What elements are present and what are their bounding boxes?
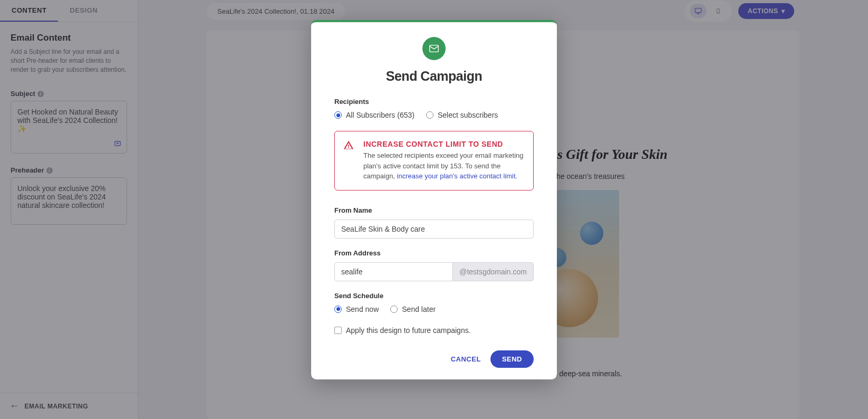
- radio-all-subscribers[interactable]: All Subscribers (653): [334, 111, 414, 119]
- radio-icon: [334, 111, 342, 119]
- radio-all-label: All Subscribers (653): [346, 111, 414, 119]
- send-button[interactable]: SEND: [490, 350, 534, 368]
- envelope-icon: [422, 37, 446, 60]
- checkbox-icon: [334, 327, 342, 334]
- send-campaign-modal: Send Campaign Recipients All Subscribers…: [311, 20, 557, 379]
- radio-select-subscribers[interactable]: Select subscribers: [426, 111, 498, 119]
- cancel-button[interactable]: CANCEL: [451, 355, 481, 363]
- radio-icon: [390, 306, 398, 313]
- from-address-suffix: @testsgdomain.com: [453, 262, 534, 281]
- modal-overlay[interactable]: Send Campaign Recipients All Subscribers…: [0, 0, 868, 419]
- increase-limit-link[interactable]: increase your plan's active contact limi…: [397, 172, 518, 180]
- from-address-label: From Address: [334, 249, 534, 257]
- radio-icon: [426, 111, 433, 119]
- warning-title: INCREASE CONTACT LIMIT TO SEND: [363, 140, 524, 148]
- radio-icon: [334, 306, 342, 313]
- modal-title: Send Campaign: [334, 69, 534, 84]
- radio-now-label: Send now: [346, 305, 379, 313]
- warning-icon: [343, 140, 354, 153]
- recipients-label: Recipients: [334, 98, 534, 106]
- schedule-label: Send Schedule: [334, 292, 534, 300]
- radio-later-label: Send later: [402, 305, 436, 313]
- warning-box: INCREASE CONTACT LIMIT TO SEND The selec…: [334, 131, 534, 191]
- radio-select-label: Select subscribers: [438, 111, 498, 119]
- from-address-input[interactable]: [334, 262, 453, 281]
- svg-rect-4: [430, 45, 439, 52]
- from-name-input[interactable]: [334, 220, 534, 239]
- apply-design-label: Apply this design to future campaigns.: [346, 326, 471, 335]
- radio-send-now[interactable]: Send now: [334, 305, 379, 313]
- radio-send-later[interactable]: Send later: [390, 305, 436, 313]
- apply-design-checkbox[interactable]: Apply this design to future campaigns.: [334, 326, 534, 335]
- warning-text: The selected recipients exceed your emai…: [363, 150, 524, 182]
- from-name-label: From Name: [334, 206, 534, 214]
